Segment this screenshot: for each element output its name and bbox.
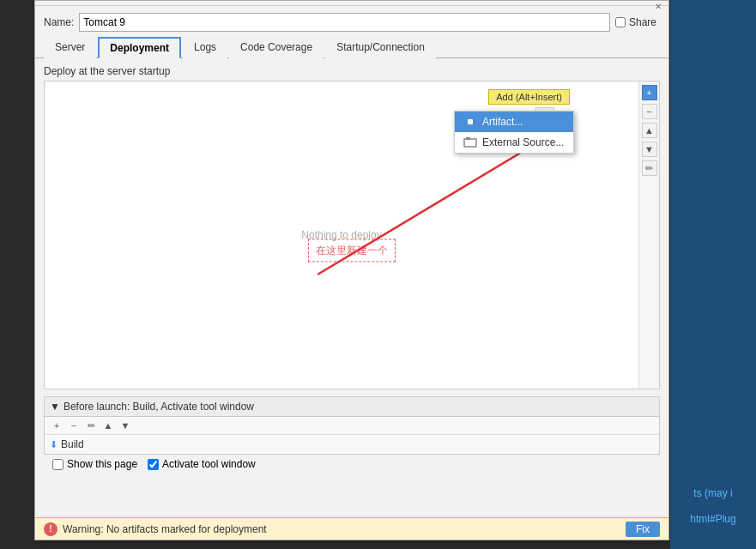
fix-label: Fix (636, 523, 650, 535)
run-config-dialog: ✕ Name: Share Server Deployment Logs Cod… (34, 0, 669, 540)
build-label: Build (61, 438, 84, 450)
before-launch-label: Before launch: Build, Activate tool wind… (64, 401, 254, 413)
add-deploy-button[interactable]: + (642, 85, 657, 100)
bl-down-button[interactable]: ▼ (118, 419, 132, 432)
right-panel: ts (may i html#Plug (670, 0, 756, 549)
before-launch-header: ▼ Before launch: Build, Activate tool wi… (45, 397, 659, 417)
close-button[interactable]: ✕ (651, 0, 665, 13)
tab-server[interactable]: Server (44, 37, 96, 58)
svg-rect-3 (466, 137, 470, 140)
tab-logs[interactable]: Logs (183, 37, 227, 58)
warning-bar: ! Warning: No artifacts marked for deplo… (35, 517, 668, 540)
tab-deployment[interactable]: Deployment (98, 37, 181, 58)
annotation-box: 在这里新建一个 (308, 238, 396, 262)
warning-icon: ! (44, 522, 57, 536)
build-row: ⬇ Build (45, 435, 659, 454)
deploy-label: Deploy at the server startup (44, 65, 170, 77)
name-input[interactable] (79, 13, 610, 32)
move-up-button[interactable]: ▲ (642, 123, 657, 138)
menu-item-artifact[interactable]: Artifact... (455, 112, 573, 132)
show-page-label: Show this page (67, 458, 137, 470)
options-row: Show this page Activate tool window (44, 455, 660, 474)
bl-edit-button[interactable]: ✏ (84, 419, 98, 432)
tab-startup[interactable]: Startup/Connection (325, 37, 436, 58)
name-row: Name: Share (35, 6, 668, 37)
external-source-icon (463, 136, 477, 149)
show-page-option: Show this page (52, 458, 137, 470)
name-label: Name: (44, 16, 74, 28)
show-page-checkbox[interactable] (52, 459, 64, 470)
artifact-icon (463, 115, 477, 129)
tooltip-text: Add (Alt+Insert) (496, 92, 562, 102)
warning-text: Warning: No artifacts marked for deploym… (63, 523, 267, 535)
bl-remove-button[interactable]: − (67, 419, 81, 432)
right-panel-text2: html#Plug (683, 506, 742, 532)
svg-rect-1 (468, 119, 473, 124)
activate-option: Activate tool window (148, 458, 256, 470)
bl-add-button[interactable]: + (50, 419, 64, 432)
before-launch-section: ▼ Before launch: Build, Activate tool wi… (44, 396, 660, 455)
remove-deploy-button[interactable]: − (642, 104, 657, 119)
bl-up-button[interactable]: ▲ (101, 419, 115, 432)
deploy-header: Deploy at the server startup (44, 65, 660, 77)
artifact-label: Artifact... (482, 116, 523, 128)
before-launch-toolbar: + − ✏ ▲ ▼ (45, 417, 659, 435)
annotation-text: 在这里新建一个 (316, 244, 388, 256)
edit-deploy-button[interactable]: ✏ (642, 160, 657, 176)
menu-item-external-source[interactable]: External Source... (455, 132, 573, 153)
activate-checkbox[interactable] (148, 459, 159, 470)
dropdown-menu: Artifact... External Source... (454, 111, 574, 154)
add-tooltip: Add (Alt+Insert) (488, 89, 570, 105)
right-panel-text1: ts (may i (686, 480, 739, 506)
nothing-to-deploy: Nothing to deploy (301, 229, 381, 241)
share-label: Share (629, 16, 656, 28)
tabs-row: Server Deployment Logs Code Coverage Sta… (35, 37, 668, 58)
collapse-icon[interactable]: ▼ (50, 401, 60, 413)
build-icon: ⬇ (50, 439, 57, 450)
move-down-button[interactable]: ▼ (642, 142, 657, 157)
activate-label: Activate tool window (162, 458, 256, 470)
fix-button[interactable]: Fix (626, 522, 660, 537)
dialog-titlebar: ✕ (35, 1, 668, 6)
share-row: Share (615, 16, 660, 28)
deploy-sidebar: + − ▲ ▼ ✏ (638, 81, 659, 389)
share-checkbox[interactable] (615, 17, 626, 27)
external-source-label: External Source... (482, 136, 564, 148)
tab-code-coverage[interactable]: Code Coverage (229, 37, 324, 58)
svg-rect-2 (464, 139, 476, 147)
